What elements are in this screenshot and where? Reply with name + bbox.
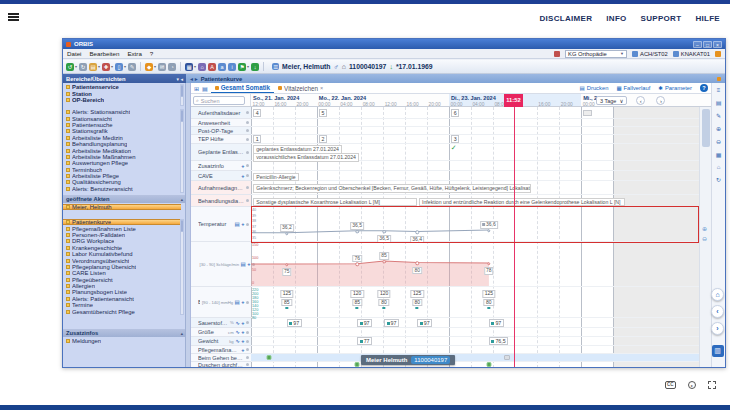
row-label-sauerstoffsaettigung[interactable]: Sauerstoffsättigung%∿+ bbox=[191, 318, 251, 328]
workstation-1[interactable]: ACH/ST02 bbox=[632, 51, 668, 57]
chart-point[interactable] bbox=[382, 260, 386, 264]
chart-point[interactable] bbox=[487, 262, 491, 266]
close-button[interactable]: × bbox=[713, 41, 722, 48]
collapse-icon[interactable]: ▴ bbox=[181, 331, 183, 336]
chart-point[interactable] bbox=[382, 230, 386, 234]
vertical-scrollbar[interactable]: ⊕ ⊖ bbox=[699, 107, 711, 367]
row-label-temperatur[interactable]: Temperatur▤+ bbox=[191, 207, 251, 242]
unit-select[interactable]: KG Orthopädie ▼ bbox=[565, 50, 627, 58]
panel-nav-icons[interactable]: ◂ ▸ bbox=[190, 75, 198, 82]
help-button[interactable]: ? bbox=[700, 84, 708, 92]
bp-value[interactable]: 12085 bbox=[351, 290, 364, 309]
top-link-info[interactable]: INFO bbox=[606, 14, 626, 23]
fullscreen-icon[interactable] bbox=[708, 381, 716, 389]
value-box[interactable]: 6 bbox=[451, 109, 459, 117]
row-label-behandlungsdiagnosen[interactable]: Behandlungsdiagnosen bbox=[191, 195, 251, 207]
sidebar-item-gesamtübersicht-pflege[interactable]: Gesamtübersicht Pflege bbox=[63, 308, 181, 314]
plus-icon[interactable]: + bbox=[241, 163, 244, 169]
row-label-cave[interactable]: CAVE+ bbox=[191, 171, 251, 181]
refresh-icon[interactable]: ↻ bbox=[716, 176, 721, 183]
row-label-pflegemassnahmen[interactable]: Pflegemaßnahmen Übersicht+ bbox=[191, 346, 251, 354]
home-button[interactable]: ⌂ bbox=[711, 288, 724, 301]
row-label-anwesenheit[interactable]: Anwesenheit bbox=[191, 119, 251, 127]
order-icon[interactable]: ◆▾ bbox=[145, 63, 156, 71]
download-icon[interactable]: ↓ bbox=[251, 63, 259, 71]
value-box[interactable]: 77 bbox=[357, 337, 372, 345]
zoom-out-icon[interactable]: ⊖ bbox=[716, 138, 721, 145]
prev-button[interactable]: ‹ bbox=[711, 305, 724, 318]
value-box[interactable]: 97 bbox=[357, 319, 372, 327]
text-box[interactable]: Infektion und entzündliche Reaktion durc… bbox=[419, 198, 625, 207]
chart-point[interactable] bbox=[415, 230, 419, 234]
cc-icon[interactable]: CC bbox=[665, 381, 677, 389]
grid-icon[interactable]: ▤ bbox=[235, 299, 240, 305]
recorder-icon[interactable]: ▸ bbox=[688, 381, 696, 389]
panel-collapse-icon[interactable]: ▾ ◂ bbox=[177, 76, 183, 82]
task-done-icon[interactable] bbox=[266, 355, 271, 360]
scrollbar[interactable] bbox=[180, 109, 184, 193]
chart-point[interactable] bbox=[285, 263, 289, 267]
text-box[interactable]: Gelenkschmerz; Beckenregion und Obersche… bbox=[253, 184, 531, 193]
task-done-icon[interactable] bbox=[486, 362, 491, 367]
text-box[interactable]: Penicillin-Allergie bbox=[253, 173, 299, 182]
value-box[interactable]: 97 bbox=[417, 319, 432, 327]
row-label-aufenthaltsdauer[interactable]: Aufenthaltsdauer bbox=[191, 107, 251, 119]
folder-icon[interactable]: ▤▾ bbox=[89, 63, 100, 71]
tab-vitalzeichen[interactable]: Vitalzeichen× bbox=[274, 83, 327, 93]
top-link-support[interactable]: SUPPORT bbox=[641, 14, 682, 23]
back-icon[interactable]: ↺▾ bbox=[66, 63, 77, 71]
plus-icon[interactable]: + bbox=[241, 221, 244, 227]
wave-icon[interactable]: ∿ bbox=[235, 329, 240, 335]
grid-icon[interactable]: ▤ bbox=[241, 261, 246, 267]
session-icon[interactable] bbox=[715, 51, 721, 57]
chart-point[interactable] bbox=[487, 229, 491, 233]
wave-icon[interactable]: ∿ bbox=[235, 320, 240, 326]
scrollbar-thumb[interactable] bbox=[702, 109, 710, 147]
plus-icon[interactable]: + bbox=[241, 299, 244, 305]
value-box[interactable] bbox=[583, 110, 592, 116]
chart-point[interactable] bbox=[355, 230, 359, 234]
sidebar-item-meier-helmuth[interactable]: Meier, Helmuth bbox=[63, 204, 181, 210]
hamburger-menu-icon[interactable] bbox=[8, 13, 19, 21]
sidebar-item-meldungen[interactable]: Meldungen bbox=[63, 338, 181, 344]
home-icon[interactable]: ⌂ bbox=[717, 164, 721, 170]
forward-icon[interactable]: ↻ bbox=[79, 63, 87, 71]
bp-value[interactable]: 12080 bbox=[377, 290, 390, 309]
menu-datei[interactable]: Datei bbox=[67, 50, 81, 57]
row-label-tep-huefte[interactable]: TEP Hüfte bbox=[191, 135, 251, 144]
workstation-2[interactable]: KNAKAT01 bbox=[673, 51, 710, 57]
top-link-hilfe[interactable]: HILFE bbox=[695, 14, 720, 23]
add-tab-icon[interactable]: ⊞ bbox=[194, 85, 199, 92]
tab-list-icon[interactable]: ▤ bbox=[202, 85, 208, 92]
sidebar-item-op-bereich[interactable]: OP-Bereich bbox=[63, 97, 181, 103]
plus-icon[interactable]: + bbox=[241, 338, 244, 344]
plus-icon[interactable]: + bbox=[241, 329, 244, 335]
list-icon[interactable]: ▤ bbox=[716, 99, 722, 106]
wave-icon[interactable]: ∿ bbox=[235, 338, 240, 344]
range-select[interactable]: 3 Tage∨ bbox=[596, 96, 627, 105]
tab-gesamt-somatik[interactable]: Gesamt Somatik bbox=[211, 83, 274, 93]
scrollbar[interactable] bbox=[180, 84, 184, 106]
notification-icon[interactable] bbox=[717, 77, 721, 81]
value-box[interactable]: 97 bbox=[287, 319, 302, 327]
row-label-groesse[interactable]: Größecm∿+ bbox=[191, 328, 251, 337]
text-box[interactable]: Sonstige dysplastische Koxarthrose Lokal… bbox=[253, 198, 417, 207]
task-done-icon[interactable] bbox=[355, 362, 360, 367]
print-button[interactable]: ▤Drucken bbox=[580, 85, 609, 91]
value-box[interactable]: 4 bbox=[253, 109, 261, 117]
collapse-icon[interactable]: ▴ bbox=[181, 197, 183, 202]
text-box[interactable]: voraussichtliches Entlassdatum 27.01.202… bbox=[253, 153, 359, 162]
value-box[interactable]: 3 bbox=[451, 135, 459, 143]
menu-help[interactable]: ? bbox=[150, 50, 153, 57]
chart-point[interactable] bbox=[415, 261, 419, 265]
plus-icon[interactable]: + bbox=[241, 347, 244, 353]
new-doc-icon[interactable]: ▯▾ bbox=[115, 63, 126, 71]
value-box[interactable]: 1 bbox=[253, 135, 261, 143]
sidebar-item-alerts-benutzeransicht[interactable]: Alerts: Benutzeransicht bbox=[63, 186, 181, 192]
value-box[interactable]: 5 bbox=[319, 109, 327, 117]
home-icon[interactable]: ⌂ bbox=[198, 63, 206, 71]
edit-icon[interactable]: ✎ bbox=[128, 63, 136, 71]
task-pending-icon[interactable] bbox=[504, 355, 510, 360]
next-day-button[interactable]: › bbox=[656, 96, 665, 105]
grid-icon[interactable]: ▦ bbox=[716, 151, 722, 158]
